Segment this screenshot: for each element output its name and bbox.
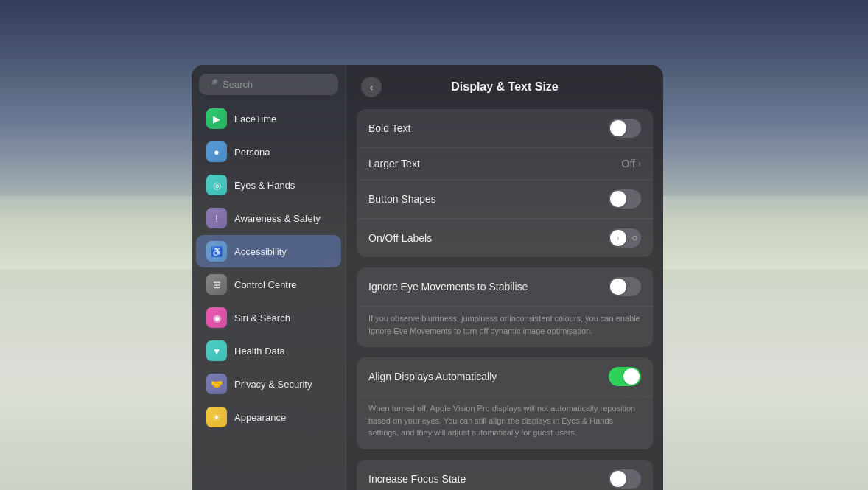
sidebar-item-label: Eyes & Hands <box>234 180 295 191</box>
settings-row-align-displays-auto: Align Displays Automatically <box>357 357 653 396</box>
toggle-increase-focus-state[interactable] <box>609 469 641 489</box>
row-label-bold-text: Bold Text <box>368 122 609 134</box>
row-label-ignore-eye-movements: Ignore Eye Movements to Stabilise <box>368 281 609 293</box>
settings-row-button-shapes: Button Shapes <box>357 180 653 219</box>
panel-header: ‹ Display & Text Size <box>346 65 663 109</box>
sidebar: 🎤 ▶ FaceTime ● Persona ◎ Eyes & Hands ! … <box>192 65 346 490</box>
control-centre-icon: ⊞ <box>206 274 227 295</box>
toggle-knob <box>610 120 626 136</box>
sidebar-item-label: Accessibility <box>234 246 287 257</box>
privacy-security-icon: 🤝 <box>206 374 227 394</box>
settings-window: 🎤 ▶ FaceTime ● Persona ◎ Eyes & Hands ! … <box>192 65 663 490</box>
sidebar-item-label: Health Data <box>234 346 285 357</box>
sidebar-item-privacy-security[interactable]: 🤝 Privacy & Security <box>196 368 341 400</box>
sidebar-item-accessibility[interactable]: ♿ Accessibility <box>196 235 341 267</box>
settings-group-text-settings: Bold Text Larger Text Off › Button Shape… <box>357 109 653 257</box>
settings-group-focus-state: Increase Focus State <box>357 460 653 491</box>
settings-row-bold-text: Bold Text <box>357 109 653 148</box>
awareness-safety-icon: ! <box>206 208 227 228</box>
search-bar[interactable]: 🎤 <box>199 74 338 95</box>
appearance-icon: ☀ <box>206 407 227 427</box>
toggle-off-label: O <box>632 234 637 242</box>
row-label-align-displays-auto: Align Displays Automatically <box>368 371 609 382</box>
back-button[interactable]: ‹ <box>361 77 382 97</box>
settings-row-larger-text: Larger Text Off › <box>357 148 653 180</box>
settings-row-ignore-eye-movements: Ignore Eye Movements to Stabilise <box>357 267 653 307</box>
sidebar-item-control-centre[interactable]: ⊞ Control Centre <box>196 268 341 301</box>
settings-group-align-displays: Align Displays Automatically When turned… <box>357 357 653 449</box>
toggle-on-off-labels[interactable]: I O <box>609 228 641 248</box>
settings-row-on-off-labels: On/Off Labels I O <box>357 219 653 257</box>
row-label-on-off-labels: On/Off Labels <box>368 232 609 244</box>
health-data-icon: ♥ <box>206 340 227 361</box>
row-label-button-shapes: Button Shapes <box>368 193 609 205</box>
sidebar-item-label: Control Centre <box>234 279 297 290</box>
sidebar-item-label: Siri & Search <box>234 312 290 323</box>
toggle-knob <box>610 471 626 487</box>
sidebar-item-label: Appearance <box>234 412 286 423</box>
sidebar-item-facetime[interactable]: ▶ FaceTime <box>196 102 341 135</box>
sidebar-item-label: FaceTime <box>234 113 276 125</box>
sidebar-item-health-data[interactable]: ♥ Health Data <box>196 335 341 367</box>
row-label-larger-text: Larger Text <box>368 158 622 169</box>
facetime-icon: ▶ <box>206 108 227 129</box>
sidebar-item-label: Awareness & Safety <box>234 213 321 224</box>
toggle-bold-text[interactable] <box>609 119 641 138</box>
settings-description-align-displays: When turned off, Apple Vision Pro displa… <box>357 396 653 449</box>
sidebar-item-persona[interactable]: ● Persona <box>196 136 341 168</box>
settings-group-eye-movements: Ignore Eye Movements to Stabilise If you… <box>357 267 653 347</box>
eyes-hands-icon: ◎ <box>206 175 227 195</box>
toggle-knob: I <box>610 230 626 246</box>
toggle-align-displays-auto[interactable] <box>609 367 641 386</box>
accessibility-icon: ♿ <box>206 241 227 262</box>
row-label-increase-focus-state: Increase Focus State <box>368 473 609 485</box>
settings-groups: Bold Text Larger Text Off › Button Shape… <box>357 109 653 490</box>
settings-description-eye-movements: If you observe blurriness, jumpiness or … <box>357 307 653 347</box>
panel-title: Display & Text Size <box>382 80 628 94</box>
settings-row-increase-focus-state: Increase Focus State <box>357 460 653 491</box>
sidebar-item-label: Privacy & Security <box>234 379 312 390</box>
chevron-icon: › <box>638 158 641 169</box>
toggle-knob <box>610 191 626 207</box>
siri-search-icon: ◉ <box>206 307 227 328</box>
sidebar-item-eyes-hands[interactable]: ◎ Eyes & Hands <box>196 169 341 201</box>
persona-icon: ● <box>206 141 227 162</box>
sidebar-item-siri-search[interactable]: ◉ Siri & Search <box>196 301 341 334</box>
microphone-icon: 🎤 <box>206 79 218 90</box>
toggle-button-shapes[interactable] <box>609 189 641 209</box>
toggle-knob <box>610 279 626 295</box>
toggle-ignore-eye-movements[interactable] <box>609 277 641 296</box>
sidebar-item-label: Persona <box>234 147 270 158</box>
row-value-larger-text: Off <box>622 158 635 169</box>
toggle-knob <box>623 368 640 385</box>
panel-content[interactable]: Bold Text Larger Text Off › Button Shape… <box>346 109 663 490</box>
sidebar-nav: ▶ FaceTime ● Persona ◎ Eyes & Hands ! Aw… <box>192 102 346 433</box>
main-panel: ‹ Display & Text Size Bold Text Larger T… <box>346 65 663 490</box>
search-input[interactable] <box>223 79 331 90</box>
sidebar-item-appearance[interactable]: ☀ Appearance <box>196 401 341 433</box>
sidebar-item-awareness-safety[interactable]: ! Awareness & Safety <box>196 202 341 234</box>
